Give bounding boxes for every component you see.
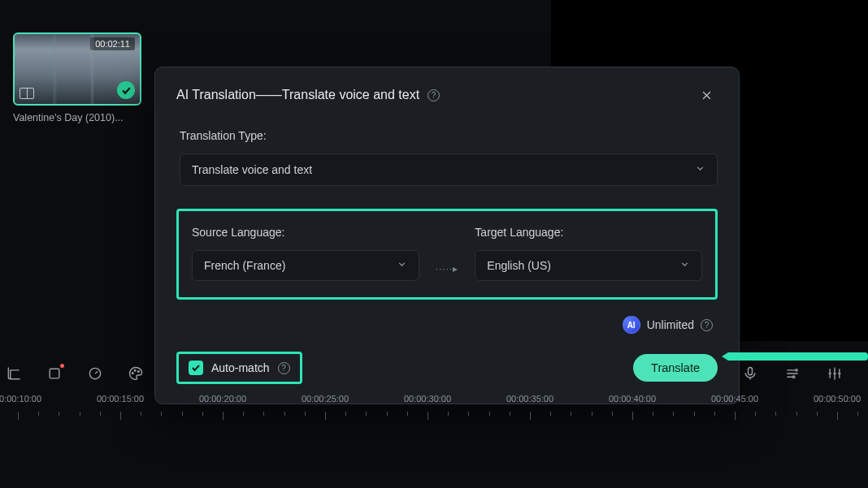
svg-rect-2 — [50, 369, 59, 378]
clip-thumbnail[interactable]: 00:02:11 — [13, 32, 141, 106]
dialog-title: AI Translation——Translate voice and text… — [176, 88, 440, 102]
timeline-toolbar-right — [741, 357, 844, 390]
timeline-time-label: 00:00:30:00 — [404, 394, 451, 404]
credits-row: AI Unlimited ? — [176, 316, 718, 334]
timeline-time-label: 00:00:10:00 — [0, 394, 41, 404]
speed-icon[interactable] — [86, 365, 104, 382]
media-bin: 00:02:11 Valentine's Day (2010)... — [13, 32, 176, 123]
translation-type-select[interactable]: Translate voice and text — [180, 153, 718, 186]
source-language-label: Source Language: — [192, 226, 419, 239]
target-language-select[interactable]: English (US) — [475, 250, 702, 281]
clip-title: Valentine's Day (2010)... — [13, 112, 141, 123]
clip-applied-check-icon — [117, 81, 135, 99]
svg-point-9 — [792, 376, 795, 378]
auto-match-checkbox[interactable] — [189, 361, 203, 375]
ai-badge-icon: AI — [623, 316, 640, 334]
timeline-time-label: 00:00:35:00 — [506, 394, 553, 404]
microphone-icon[interactable] — [741, 365, 759, 382]
help-icon[interactable]: ? — [427, 89, 440, 101]
timeline-time-label: 00:00:45:00 — [711, 394, 758, 404]
svg-point-5 — [134, 369, 136, 371]
timeline-ruler[interactable]: 00:00:10:0000:00:15:0000:00:20:0000:00:2… — [0, 394, 868, 443]
chevron-down-icon — [695, 163, 705, 176]
svg-point-4 — [132, 373, 133, 374]
audio-mixer-icon[interactable] — [783, 365, 801, 382]
unlimited-label: Unlimited — [647, 318, 694, 331]
clip-duration-badge: 00:02:11 — [90, 37, 135, 50]
svg-rect-7 — [749, 368, 753, 375]
help-icon[interactable]: ? — [701, 319, 713, 331]
timeline-time-label: 00:00:20:00 — [199, 394, 246, 404]
close-button[interactable] — [695, 84, 718, 106]
source-language-value: French (France) — [204, 259, 285, 272]
chevron-down-icon — [397, 259, 407, 272]
target-language-label: Target Language: — [475, 226, 702, 239]
help-icon[interactable]: ? — [278, 362, 290, 374]
square-icon[interactable] — [46, 365, 63, 382]
timeline-toolbar-left — [0, 357, 145, 390]
translation-type-label: Translation Type: — [180, 129, 718, 142]
target-language-value: English (US) — [487, 259, 551, 272]
translate-button[interactable]: Translate — [633, 354, 718, 382]
timeline-time-label: 00:00:15:00 — [97, 394, 144, 404]
language-selection-highlight: Source Language: French (France) ·····▸ … — [176, 209, 718, 300]
ai-translation-dialog: AI Translation——Translate voice and text… — [154, 67, 740, 404]
language-direction-icon: ·····▸ — [436, 263, 459, 274]
svg-point-8 — [796, 369, 798, 372]
palette-icon[interactable] — [127, 365, 145, 382]
crop-icon[interactable] — [5, 365, 23, 382]
auto-match-highlight: Auto-match ? — [176, 352, 302, 384]
translation-type-value: Translate voice and text — [192, 163, 312, 176]
filmstrip-icon — [20, 88, 34, 99]
chevron-down-icon — [679, 259, 690, 272]
timeline-time-label: 00:00:50:00 — [814, 394, 861, 404]
markers-icon[interactable] — [826, 365, 844, 382]
svg-point-6 — [138, 371, 140, 373]
source-language-select[interactable]: French (France) — [192, 250, 419, 281]
timeline-time-label: 00:00:40:00 — [609, 394, 656, 404]
timeline-time-label: 00:00:25:00 — [302, 394, 349, 404]
auto-match-label: Auto-match — [211, 361, 270, 374]
